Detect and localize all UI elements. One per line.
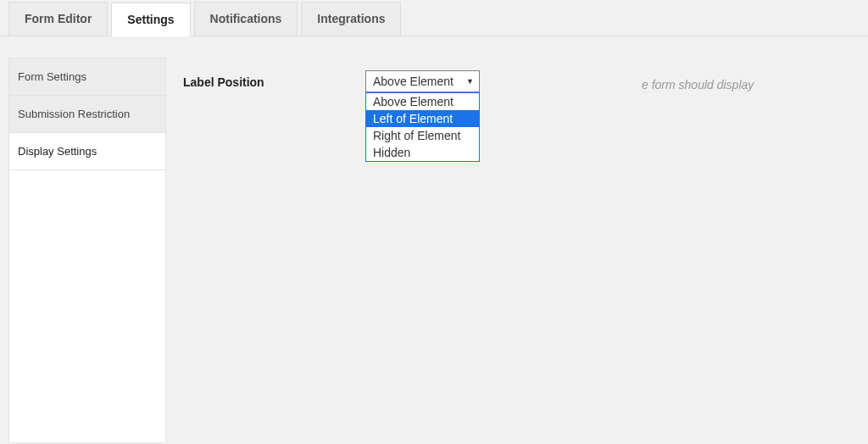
sidebar-item-display-settings[interactable]: Display Settings bbox=[9, 133, 165, 170]
sidebar-item-form-settings[interactable]: Form Settings bbox=[9, 58, 165, 96]
chevron-down-icon: ▼ bbox=[466, 77, 474, 86]
option-right-of-element[interactable]: Right of Element bbox=[366, 127, 479, 144]
option-left-of-element[interactable]: Left of Element bbox=[366, 110, 479, 127]
label-position-control: Above Element ▼ Above Element Left of El… bbox=[365, 70, 480, 92]
label-position-label: Label Position bbox=[183, 70, 365, 89]
settings-content: Label Position Above Element ▼ Above Ele… bbox=[166, 58, 868, 443]
tab-form-editor[interactable]: Form Editor bbox=[8, 2, 108, 36]
settings-sidebar: Form Settings Submission Restriction Dis… bbox=[8, 58, 166, 443]
help-text: e form should display bbox=[642, 78, 754, 92]
option-hidden[interactable]: Hidden bbox=[366, 144, 479, 161]
option-above-element[interactable]: Above Element bbox=[366, 93, 479, 110]
tab-integrations[interactable]: Integrations bbox=[301, 2, 401, 36]
main-area: Form Settings Submission Restriction Dis… bbox=[0, 58, 868, 443]
sidebar-item-submission-restriction[interactable]: Submission Restriction bbox=[9, 96, 165, 133]
label-position-dropdown: Above Element Left of Element Right of E… bbox=[365, 92, 480, 162]
label-position-select[interactable]: Above Element ▼ bbox=[365, 70, 480, 92]
select-value: Above Element bbox=[373, 75, 453, 88]
tab-notifications[interactable]: Notifications bbox=[194, 2, 298, 36]
tabs-nav: Form Editor Settings Notifications Integ… bbox=[0, 0, 868, 36]
tab-settings[interactable]: Settings bbox=[111, 3, 190, 36]
